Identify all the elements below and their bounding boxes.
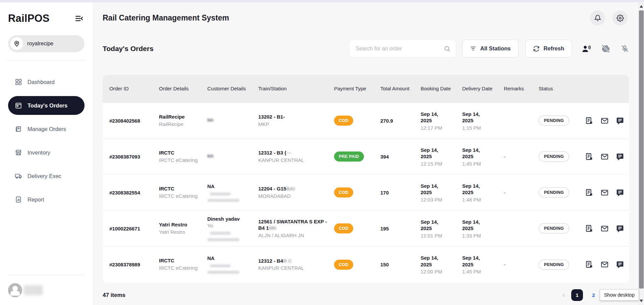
sidebar-item-label: Report bbox=[28, 197, 44, 203]
truck-icon bbox=[15, 172, 22, 180]
payment-badge: COD bbox=[334, 223, 353, 233]
total-amount: 394 bbox=[380, 154, 421, 160]
customer-name: NA bbox=[207, 183, 254, 189]
sidebar-item-label: Inventory bbox=[28, 149, 50, 156]
sidebar-divider bbox=[7, 60, 85, 60]
chat-icon[interactable] bbox=[616, 152, 624, 161]
outlet-name: royalrecipe bbox=[27, 41, 53, 47]
report-icon bbox=[15, 196, 22, 203]
status: PENDING bbox=[539, 116, 585, 126]
status: PENDING bbox=[539, 187, 585, 198]
mail-icon[interactable] bbox=[600, 188, 609, 197]
redacted-text bbox=[207, 238, 239, 241]
receipt-icon[interactable] bbox=[585, 224, 593, 233]
mic-off-icon[interactable] bbox=[621, 45, 629, 53]
mail-icon[interactable] bbox=[600, 260, 609, 269]
outlet-selector[interactable]: royalrecipe bbox=[8, 35, 85, 52]
delivery-date: Sep 14, 2025 1:33 PM bbox=[462, 219, 504, 238]
sidebar-user[interactable] bbox=[8, 275, 85, 305]
notifications-button[interactable] bbox=[590, 10, 605, 26]
page-button-2[interactable]: 2 bbox=[588, 289, 599, 301]
train-redacted: BAI bbox=[286, 186, 295, 191]
scroll-down-icon[interactable] bbox=[640, 300, 643, 302]
window-top-strip bbox=[0, 0, 644, 2]
table-row[interactable]: #2308382554 IRCTC IRCTC eCatering NA 122… bbox=[103, 175, 629, 211]
sidebar-item-report[interactable]: Report bbox=[8, 190, 85, 209]
train-redacted: — bbox=[286, 150, 291, 156]
booking-date: Sep 14, 2025 12:17 PM bbox=[421, 111, 462, 131]
row-actions bbox=[585, 152, 629, 161]
table-body: #2308402568 RailRecipe RailRecipe NA 132… bbox=[103, 103, 629, 282]
search-icon[interactable] bbox=[444, 45, 450, 52]
chevron-left-icon[interactable] bbox=[561, 293, 567, 298]
status-badge: PENDING bbox=[539, 260, 569, 270]
scrollbar[interactable] bbox=[638, 2, 644, 305]
table-header-row: Order IDOrder DetailsCustomer DetailsTra… bbox=[103, 75, 629, 103]
page-button-1[interactable]: 1 bbox=[571, 289, 583, 301]
mail-icon[interactable] bbox=[600, 224, 609, 233]
row-actions bbox=[585, 117, 629, 125]
refresh-button[interactable]: Refresh bbox=[525, 40, 572, 57]
redacted-text bbox=[210, 232, 231, 235]
sidebar-collapse-icon[interactable] bbox=[74, 13, 85, 24]
order-id: #1000226671 bbox=[109, 226, 159, 231]
delivery-date: Sep 14, 2025 1:45 PM bbox=[462, 147, 504, 167]
bell-icon bbox=[594, 14, 601, 22]
train-station: 13202 - B1- MKP bbox=[258, 114, 334, 127]
table-row[interactable]: #2308378989 IRCTC IRCTC eCatering NA 123… bbox=[103, 247, 629, 282]
receipt-icon[interactable] bbox=[585, 260, 593, 269]
receipt-icon[interactable] bbox=[585, 188, 593, 197]
sidebar-item-manage-orders[interactable]: Manage Orders bbox=[8, 120, 85, 138]
scrollbar-thumb[interactable] bbox=[639, 10, 644, 289]
booking-date: Sep 14, 2025 12:00 PM bbox=[421, 255, 462, 274]
sidebar-item-today-s-orders[interactable]: Today's Orders bbox=[8, 96, 85, 115]
table-row[interactable]: #1000226671 Yatri Restro Yatri Restro Di… bbox=[103, 211, 629, 247]
order-details: IRCTC IRCTC eCatering bbox=[159, 186, 207, 200]
order-details: Yatri Restro Yatri Restro bbox=[159, 222, 207, 235]
order-id: #2308382554 bbox=[109, 190, 159, 195]
chat-icon[interactable] bbox=[616, 224, 624, 233]
customer-details: NA bbox=[207, 183, 258, 202]
redacted-text bbox=[207, 271, 239, 274]
sidebar-item-inventory[interactable]: Inventory bbox=[8, 143, 85, 162]
receipt-icon[interactable] bbox=[585, 117, 593, 125]
chat-icon[interactable] bbox=[616, 260, 624, 269]
search-input[interactable] bbox=[356, 46, 444, 52]
sidebar-item-dashboard[interactable]: Dashboard bbox=[8, 73, 85, 91]
column-header: Delivery Date bbox=[462, 85, 504, 93]
row-actions bbox=[585, 224, 629, 233]
receipt-icon[interactable] bbox=[585, 152, 593, 161]
order-details: RailRecipe RailRecipe bbox=[159, 114, 207, 128]
train-station: 12312 - B4R C KANPUR CENTRAL bbox=[258, 258, 334, 271]
scroll-up-icon[interactable] bbox=[640, 5, 643, 8]
orders-toolbar: Today's Orders All Stations Refresh bbox=[103, 40, 629, 57]
order-id: #2308402568 bbox=[109, 118, 159, 124]
sidebar-item-delivery-exec[interactable]: Delivery Exec bbox=[8, 167, 85, 185]
voice-announce-icon[interactable] bbox=[582, 44, 591, 53]
dashboard-icon bbox=[15, 78, 22, 86]
mail-icon[interactable] bbox=[600, 152, 609, 161]
delivery-date: Sep 14, 2025 1:15 PM bbox=[462, 111, 504, 131]
chat-icon[interactable] bbox=[616, 188, 624, 197]
status-badge: PENDING bbox=[539, 116, 569, 126]
mail-icon[interactable] bbox=[600, 117, 609, 125]
station-filter-button[interactable]: All Stations bbox=[462, 40, 519, 57]
total-amount: 150 bbox=[380, 262, 421, 267]
redacted-text bbox=[210, 192, 231, 195]
station-name: MORADABAD bbox=[258, 193, 329, 200]
booking-date: Sep 14, 2025 12:01 PM bbox=[421, 219, 462, 238]
settings-button[interactable] bbox=[612, 10, 628, 26]
order-details: IRCTC IRCTC eCatering bbox=[159, 150, 207, 164]
page-title: Rail Catering Management System bbox=[103, 13, 229, 23]
order-id: #2308378989 bbox=[109, 262, 159, 267]
sidebar-item-label: Delivery Exec bbox=[28, 173, 61, 179]
table-row[interactable]: #2308387093 IRCTC IRCTC eCatering NA 123… bbox=[103, 139, 629, 175]
payment-badge: COD bbox=[334, 187, 353, 198]
printer-off-icon[interactable] bbox=[601, 44, 610, 53]
chat-icon[interactable] bbox=[616, 117, 624, 125]
table-row[interactable]: #2308402568 RailRecipe RailRecipe NA 132… bbox=[103, 103, 629, 139]
customer-name: NA bbox=[207, 154, 254, 159]
payment-badge: COD bbox=[334, 116, 353, 126]
refresh-icon bbox=[533, 45, 540, 52]
column-header: Status bbox=[539, 85, 585, 93]
